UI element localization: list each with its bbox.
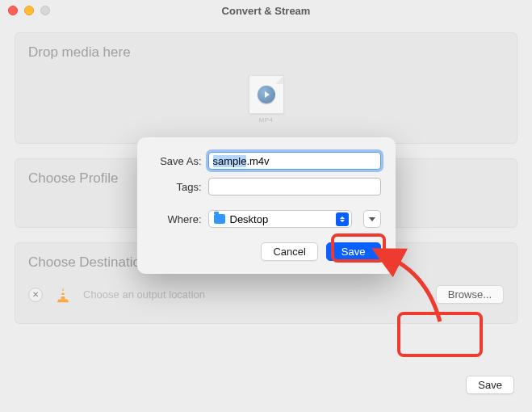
saveas-value-selected: sample <box>213 155 247 167</box>
svg-rect-1 <box>61 295 65 296</box>
dropzone-heading: Drop media here <box>28 44 504 61</box>
folder-icon <box>214 214 225 224</box>
media-file-ext: MP4 <box>245 116 287 124</box>
close-window-button[interactable] <box>8 6 18 15</box>
clear-destination-button[interactable]: ✕ <box>28 288 43 302</box>
chevron-down-icon <box>369 217 375 221</box>
save-sheet: Save As: sample.m4v Tags: Where: Desktop… <box>137 137 396 274</box>
tags-input[interactable] <box>208 178 381 195</box>
dropdown-stepper-icon <box>336 212 349 226</box>
saveas-value-rest: .m4v <box>246 155 269 167</box>
titlebar: Convert & Stream <box>0 0 532 21</box>
vlc-cone-icon <box>54 286 72 304</box>
where-dropdown[interactable]: Desktop <box>208 210 352 228</box>
footer-actions: Save <box>466 376 514 394</box>
window-controls <box>8 6 50 15</box>
media-file-icon <box>249 75 284 114</box>
cancel-button[interactable]: Cancel <box>261 242 317 261</box>
maximize-window-button[interactable] <box>40 6 50 15</box>
saveas-input[interactable]: sample.m4v <box>208 152 381 170</box>
expand-button[interactable] <box>363 210 381 228</box>
media-file-tile[interactable]: MP4 <box>245 75 287 124</box>
footer-save-button[interactable]: Save <box>466 376 514 394</box>
where-label: Where: <box>152 213 202 225</box>
browse-button[interactable]: Browse... <box>436 285 504 304</box>
minimize-window-button[interactable] <box>24 6 34 15</box>
dropzone-panel: Drop media here MP4 <box>15 32 517 144</box>
svg-rect-0 <box>61 291 65 292</box>
saveas-label: Save As: <box>152 155 202 167</box>
destination-placeholder: Choose an output location <box>83 288 425 301</box>
tags-label: Tags: <box>152 181 202 193</box>
window-title: Convert & Stream <box>0 5 532 17</box>
save-button[interactable]: Save <box>326 242 381 261</box>
where-value: Desktop <box>230 213 269 225</box>
